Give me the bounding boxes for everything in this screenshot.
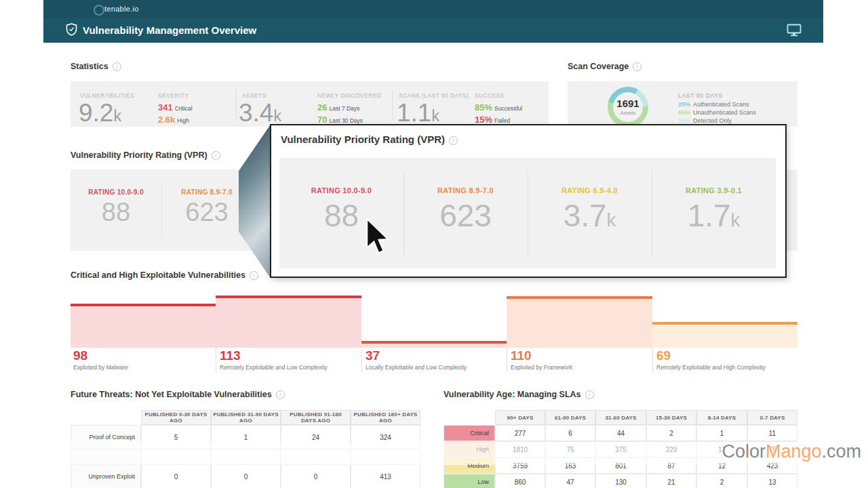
sla-cell: 2 [696, 474, 747, 488]
info-icon[interactable]: i [250, 271, 258, 280]
sla-cell: 47 [545, 474, 595, 488]
vpr-rating3-label: RATING 6.9-4.0 [528, 186, 652, 195]
sla-col-header: 90+ DAYS [495, 410, 545, 425]
ft-col-header: PUBLISHED 0-30 DAYS AGO [141, 410, 211, 425]
divider [403, 171, 404, 256]
mouse-cursor [363, 218, 391, 260]
info-icon[interactable]: i [633, 62, 642, 71]
ft-cell: 0 [211, 464, 281, 488]
monitor-icon[interactable] [787, 24, 802, 39]
sla-cell: 2 [646, 425, 696, 441]
bar-value: 37 [366, 348, 380, 363]
sla-cell: 277 [495, 425, 545, 441]
legend-authenticated: 20%Authenticated Scans [678, 101, 749, 108]
brand-name: tenable.io [104, 5, 139, 13]
bar-local-low [361, 341, 507, 348]
divider [528, 171, 528, 256]
vpr-bg-rating1-label: RATING 10.0-9.0 [71, 188, 161, 196]
donut-assets-label: Assets [620, 110, 636, 116]
vpr-rating4-value: 1.7k [652, 200, 776, 231]
sla-col-header: 61-90 DAYS [545, 410, 595, 425]
zoom-callout-wedge [239, 125, 270, 277]
bar-label: Locally Exploitable and Low Complexity [366, 364, 467, 371]
sla-cell: 1 [696, 425, 747, 441]
bar-label: Remotely Exploitable and High Complexity [656, 364, 766, 371]
bar-value: 113 [220, 348, 241, 363]
page-title: Vulnerability Management Overview [83, 24, 256, 36]
stat-success-failed: 15%Failed [475, 115, 510, 125]
sla-row-label-low: Low [443, 474, 495, 488]
stat-assets-label: ASSETS [242, 92, 267, 99]
info-icon[interactable]: i [276, 390, 285, 399]
dashboard: tenable.io Vulnerability Management Over… [0, 0, 868, 488]
stat-vulnerabilities-label: VULNERABILITIES [80, 92, 134, 99]
ft-cell: 413 [351, 464, 420, 488]
donut-center: 1691 Assets [613, 92, 643, 122]
info-icon[interactable]: i [585, 390, 594, 399]
scan-coverage-panel: 1691 Assets LAST 90 DAYS 20%Authenticate… [568, 81, 797, 127]
future-threats-title: Future Threats: Not Yet Exploitable Vuln… [71, 390, 285, 399]
legend-detected: 15%Detected Only [678, 117, 732, 124]
divider [652, 348, 653, 372]
bar-label: Exploited by Framework [511, 364, 572, 371]
vpr-rating2-value: 623 [403, 200, 528, 231]
bar-value: 98 [73, 348, 87, 363]
info-icon[interactable]: i [449, 136, 458, 145]
bar-label: Remotely Exploitable and Low Complexity [220, 364, 328, 371]
divider [652, 171, 652, 256]
watermark: ColorMango.com [722, 441, 861, 462]
vpr-popup-title: Vulnerability Priority Rating (VPR)i [281, 134, 458, 145]
bar-value: 69 [656, 348, 671, 363]
divider [507, 348, 507, 372]
scan-coverage-donut: 1691 Assets [608, 87, 648, 127]
sla-cell: 44 [595, 425, 646, 441]
vpr-bg-rating1-value: 88 [71, 199, 161, 225]
info-icon[interactable]: i [113, 62, 121, 71]
vpr-rating4-label: RATING 3.9-0.1 [652, 186, 776, 195]
stat-scans-value: 1.1k [397, 100, 439, 125]
legend-unauthenticated: 65%Unauthenticated Scans [678, 109, 756, 116]
sla-cell: 11 [747, 425, 797, 441]
bar-label: Exploited by Malware [73, 364, 128, 371]
divider [216, 348, 216, 372]
sla-col-header: 15-30 DAYS [646, 410, 696, 425]
stat-severity-label: SEVERITY [158, 92, 189, 99]
sla-cell: 13 [747, 474, 797, 488]
sla-cell: 21 [646, 474, 696, 488]
stat-severity-critical: 341Critical [158, 102, 193, 113]
info-icon[interactable]: i [212, 151, 220, 160]
bar-value: 110 [511, 348, 532, 363]
ft-col-header: PUBLISHED 31-90 DAYS AGO [211, 410, 281, 425]
stat-scans-label: SCANS (LAST 90 DAYS) [399, 92, 469, 99]
sla-col-header: 0-7 DAYS [747, 410, 797, 425]
divider [361, 348, 362, 372]
tenable-logo-icon [94, 5, 104, 16]
stat-assets-value: 3.4k [239, 100, 281, 125]
sla-cell: 860 [495, 474, 545, 488]
stat-success-label: SUCCESS [475, 92, 505, 99]
vpr-rating2-label: RATING 8.9-7.0 [403, 186, 528, 195]
divider [161, 182, 162, 239]
bar-exploited-malware [71, 304, 216, 348]
stat-vulnerabilities-value: 9.2k [79, 100, 121, 125]
sla-row-label-critical: Critical [443, 425, 495, 441]
sla-cell: 130 [595, 474, 646, 488]
sla-col-header: 8-14 DAYS [696, 410, 747, 425]
ft-col-header: PUBLISHED 91-180 DAYS AGO [281, 410, 351, 425]
vpr-rating1-label: RATING 10.0-9.0 [279, 186, 403, 195]
ft-cell: 0 [141, 464, 211, 488]
scan-coverage-title: Scan Coveragei [568, 62, 642, 71]
ft-cell: 0 [281, 464, 351, 488]
bar-remote-high [652, 322, 797, 348]
vpr-bg-rating2-value: 623 [161, 199, 252, 225]
bar-framework [507, 296, 652, 348]
stat-newly-7d: 26Last 7 Days [317, 102, 359, 113]
stat-severity-high: 2.6kHigh [158, 115, 189, 125]
exploitable-title: Critical and High Exploitable Vulnerabil… [71, 270, 258, 280]
sla-cell: 6 [545, 425, 595, 441]
brand-bar: tenable.io [43, 0, 823, 18]
vpr-rating3-value: 3.7k [528, 200, 652, 231]
vpr-popup: Vulnerability Priority Rating (VPR)i RAT… [270, 124, 787, 278]
donut-assets-count: 1691 [616, 98, 639, 110]
stat-newly-label: NEWLY DISCOVERED [317, 92, 381, 99]
